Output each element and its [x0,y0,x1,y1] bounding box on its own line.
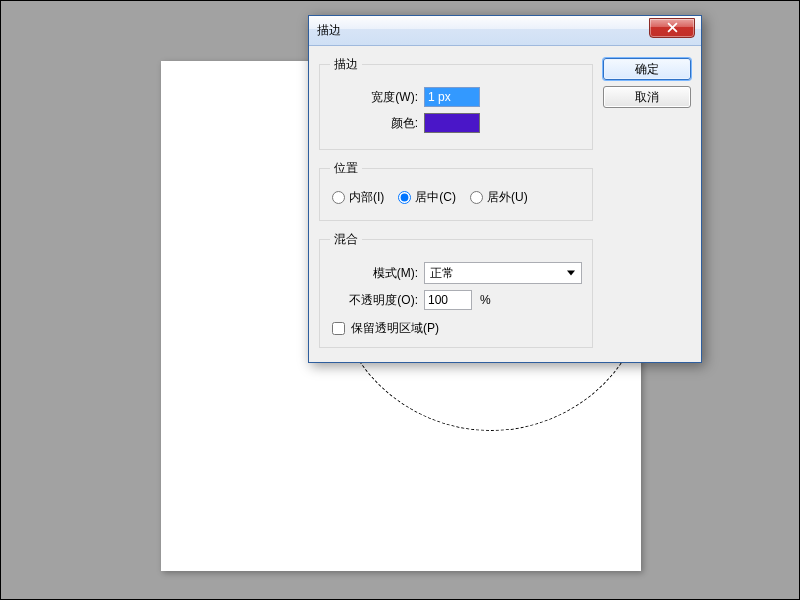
opacity-label: 不透明度(O): [330,292,418,309]
position-center-radio[interactable] [398,191,411,204]
preserve-label: 保留透明区域(P) [351,320,439,337]
ok-button-label: 确定 [635,61,659,78]
stroke-legend: 描边 [330,56,362,73]
position-legend: 位置 [330,160,362,177]
position-inside-label: 内部(I) [349,189,384,206]
mode-value: 正常 [430,265,454,282]
stroke-group: 描边 宽度(W): 颜色: [319,56,593,150]
mode-select[interactable]: 正常 [424,262,582,284]
position-inside-option[interactable]: 内部(I) [332,189,384,206]
opacity-input[interactable] [424,290,472,310]
position-inside-radio[interactable] [332,191,345,204]
width-row: 宽度(W): [330,87,582,107]
opacity-row: 不透明度(O): % [330,290,582,310]
dialog-title: 描边 [317,22,341,39]
app-frame: 描边 描边 宽度(W): 颜色: [0,0,800,600]
dialog-right-column: 确定 取消 [603,56,691,348]
cancel-button[interactable]: 取消 [603,86,691,108]
color-label: 颜色: [330,115,418,132]
position-group: 位置 内部(I) 居中(C) 居外(U) [319,160,593,221]
ok-button[interactable]: 确定 [603,58,691,80]
position-outside-radio[interactable] [470,191,483,204]
close-button[interactable] [649,18,695,38]
stroke-dialog: 描边 描边 宽度(W): 颜色: [308,15,702,363]
position-center-label: 居中(C) [415,189,456,206]
width-label: 宽度(W): [330,89,418,106]
preserve-row: 保留透明区域(P) [330,316,582,337]
dialog-left-column: 描边 宽度(W): 颜色: 位置 内部(I) [319,56,593,348]
position-center-option[interactable]: 居中(C) [398,189,456,206]
width-input[interactable] [424,87,480,107]
color-swatch[interactable] [424,113,480,133]
position-outside-label: 居外(U) [487,189,528,206]
blend-legend: 混合 [330,231,362,248]
position-outside-option[interactable]: 居外(U) [470,189,528,206]
mode-row: 模式(M): 正常 [330,262,582,284]
blend-group: 混合 模式(M): 正常 不透明度(O): % 保留透明区域( [319,231,593,348]
cancel-button-label: 取消 [635,89,659,106]
close-icon [667,22,678,33]
dialog-body: 描边 宽度(W): 颜色: 位置 内部(I) [309,46,701,362]
mode-label: 模式(M): [330,265,418,282]
dialog-titlebar[interactable]: 描边 [309,16,701,46]
preserve-checkbox[interactable] [332,322,345,335]
position-radio-row: 内部(I) 居中(C) 居外(U) [330,185,582,210]
color-row: 颜色: [330,113,582,133]
opacity-unit: % [480,293,491,307]
